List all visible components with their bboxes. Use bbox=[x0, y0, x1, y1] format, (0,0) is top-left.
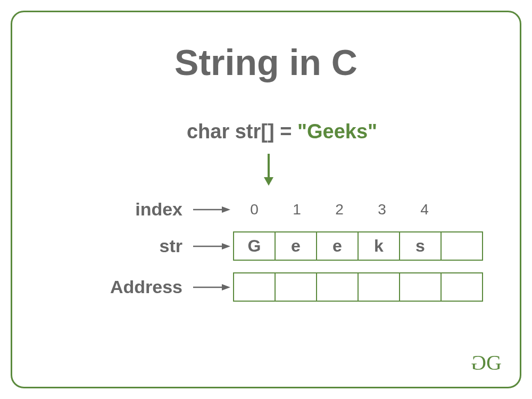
svg-marker-3 bbox=[222, 206, 230, 213]
address-cell bbox=[440, 272, 483, 302]
address-content bbox=[233, 272, 493, 302]
str-cell: G bbox=[233, 231, 276, 261]
address-cell bbox=[316, 272, 359, 302]
index-value: 2 bbox=[318, 201, 361, 218]
arrow-right-icon bbox=[193, 282, 233, 293]
geeksforgeeks-logo-icon: GG bbox=[473, 350, 500, 375]
arrow-right-icon bbox=[193, 241, 233, 252]
address-label: Address bbox=[39, 277, 193, 297]
str-cell: s bbox=[399, 231, 442, 261]
diagram-title: String in C bbox=[39, 41, 493, 83]
index-value: 0 bbox=[233, 201, 276, 218]
str-label: str bbox=[39, 236, 193, 256]
arrow-down-icon bbox=[39, 154, 493, 186]
str-cell: k bbox=[358, 231, 400, 261]
address-cell bbox=[233, 272, 276, 302]
str-cell bbox=[440, 231, 483, 261]
str-row: str G e e k s bbox=[39, 231, 493, 261]
declaration-prefix: char str[] = bbox=[187, 120, 297, 143]
index-value: 1 bbox=[276, 201, 318, 218]
str-cell: e bbox=[275, 231, 317, 261]
address-cell bbox=[399, 272, 442, 302]
code-declaration: char str[] = "Geeks" bbox=[39, 120, 493, 143]
address-row: Address bbox=[39, 272, 493, 302]
index-row: index 0 1 2 3 4 bbox=[39, 199, 493, 220]
index-label: index bbox=[39, 199, 193, 220]
address-cell bbox=[358, 272, 400, 302]
svg-marker-1 bbox=[264, 177, 273, 186]
declaration-value: "Geeks" bbox=[297, 120, 377, 143]
index-content: 0 1 2 3 4 bbox=[233, 201, 493, 218]
str-cell: e bbox=[316, 231, 359, 261]
svg-marker-5 bbox=[222, 243, 230, 250]
svg-marker-7 bbox=[222, 284, 230, 290]
index-value: 4 bbox=[403, 201, 446, 218]
diagram-container: String in C char str[] = "Geeks" index 0… bbox=[11, 11, 521, 388]
arrow-right-icon bbox=[193, 204, 233, 215]
index-value: 3 bbox=[361, 201, 403, 218]
str-content: G e e k s bbox=[233, 231, 493, 261]
address-cell bbox=[275, 272, 317, 302]
